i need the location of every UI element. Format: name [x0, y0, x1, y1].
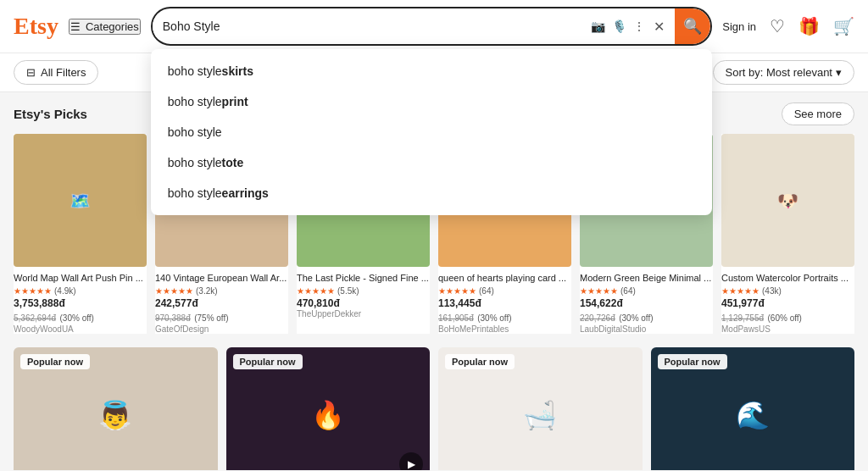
search-submit-button[interactable]: 🔍: [675, 8, 710, 44]
popular-card-2[interactable]: 🛁 Popular now: [438, 347, 643, 470]
price-3: 113,445đ: [438, 297, 571, 309]
picks-title: Etsy's Picks: [14, 107, 87, 121]
product-title-4: Modern Green Beige Minimal ...: [580, 272, 713, 284]
rating-row-5: ★★★★★ (43k): [721, 286, 854, 296]
clear-search-button[interactable]: ✕: [650, 17, 668, 36]
search-dropdown: boho style skirts boho style print boho …: [151, 49, 712, 215]
dropdown-bold-3: tote: [222, 156, 244, 169]
search-bar: 📷 🎙️ ⋮ ✕ 🔍: [151, 7, 712, 46]
price-1: 242,577đ: [155, 297, 288, 309]
price-2: 470,810đ: [297, 297, 430, 309]
popular-badge-3: Popular now: [658, 354, 727, 369]
popular-grid: 👼 Popular now 🔥 Popular now ▶ 🛁 Popular …: [14, 347, 854, 470]
dropdown-item-earrings[interactable]: boho style earrings: [151, 178, 712, 208]
cart-icon[interactable]: 🛒: [833, 16, 854, 36]
discount-4: (30% off): [619, 313, 653, 323]
price-4: 154,622đ: [580, 297, 713, 309]
rating-row-0: ★★★★★ (4.9k): [14, 286, 147, 296]
discount-0: (30% off): [60, 313, 94, 323]
stars-0: ★★★★★: [14, 286, 52, 296]
product-title-5: Custom Watercolor Portraits ...: [721, 272, 854, 284]
shop-name-3: BoHoMePrintables: [438, 324, 571, 334]
rating-row-2: ★★★★★ (5.5k): [297, 286, 430, 296]
product-title-0: World Map Wall Art Push Pin ...: [14, 272, 147, 284]
dropdown-prefix-3: boho style: [168, 156, 222, 169]
sort-label: Sort by: Most relevant: [726, 66, 832, 79]
stars-2: ★★★★★: [297, 286, 335, 296]
chevron-down-icon: ▾: [836, 66, 842, 79]
product-card-5[interactable]: 🐶 Custom Watercolor Portraits ... ★★★★★ …: [721, 134, 854, 334]
product-title-2: The Last Pickle - Signed Fine ...: [297, 272, 430, 284]
popular-badge-2: Popular now: [445, 354, 515, 369]
product-title-3: queen of hearts playing card ...: [438, 272, 571, 284]
search-options-button[interactable]: ⋮: [632, 18, 647, 35]
popular-card-1[interactable]: 🔥 Popular now ▶: [226, 347, 431, 470]
shop-name-4: LaubDigitalStudio: [580, 324, 713, 334]
dropdown-prefix-2: boho style: [168, 125, 222, 139]
stars-5: ★★★★★: [721, 286, 760, 296]
voice-icon-button[interactable]: 🎙️: [610, 18, 628, 35]
rating-row-4: ★★★★★ (64): [580, 286, 713, 296]
dropdown-prefix-1: boho style: [168, 95, 222, 108]
price-0: 3,753,888đ: [14, 297, 147, 309]
dropdown-bold-4: earrings: [222, 186, 269, 200]
dropdown-bold-1: print: [222, 95, 248, 108]
discount-3: (30% off): [477, 313, 511, 323]
rating-count-0: (4.9k): [54, 286, 76, 296]
categories-button[interactable]: ☰ Categories: [69, 19, 141, 35]
product-image-0: 🗺️: [14, 134, 147, 267]
price-original-3: 161,905đ: [438, 313, 474, 323]
price-original-5: 1,129,755đ: [721, 313, 764, 323]
see-more-button[interactable]: See more: [782, 103, 854, 125]
search-input[interactable]: [153, 13, 582, 40]
rating-count-4: (64): [620, 286, 636, 296]
dropdown-item-bohostyle[interactable]: boho style: [151, 117, 712, 147]
favorites-icon[interactable]: ♡: [770, 16, 785, 36]
dropdown-item-skirts[interactable]: boho style skirts: [151, 56, 712, 86]
product-title-1: 140 Vintage European Wall Ar...: [155, 272, 288, 284]
rating-count-5: (43k): [762, 286, 782, 296]
filter-label: All Filters: [41, 66, 86, 79]
shop-name-0: WoodyWoodUA: [14, 324, 147, 334]
dropdown-prefix-4: boho style: [168, 186, 222, 200]
etsy-logo: Etsy: [14, 13, 58, 40]
price-original-4: 220,726đ: [580, 313, 615, 323]
all-filters-button[interactable]: ⊟ All Filters: [14, 60, 98, 85]
search-icon: 🔍: [683, 17, 702, 36]
dropdown-prefix-0: boho style: [168, 64, 222, 78]
dropdown-item-tote[interactable]: boho style tote: [151, 147, 712, 178]
rating-row-1: ★★★★★ (3.2k): [155, 286, 288, 296]
shop-name-5: ModPawsUS: [721, 324, 854, 334]
sign-in-button[interactable]: Sign in: [722, 20, 756, 33]
rating-count-3: (64): [479, 286, 494, 296]
play-button-1[interactable]: ▶: [399, 452, 423, 470]
camera-icon-button[interactable]: 📷: [589, 18, 607, 35]
filter-icon: ⊟: [26, 66, 36, 79]
gift-icon[interactable]: 🎁: [798, 16, 820, 36]
rating-count-1: (3.2k): [196, 286, 218, 296]
stars-3: ★★★★★: [438, 286, 476, 296]
stars-4: ★★★★★: [580, 286, 618, 296]
stars-1: ★★★★★: [155, 286, 193, 296]
product-image-5: 🐶: [721, 134, 854, 267]
rating-count-2: (5.5k): [337, 286, 359, 296]
rating-row-3: ★★★★★ (64): [438, 286, 571, 296]
price-5: 451,977đ: [721, 297, 854, 309]
header: Etsy ☰ Categories 📷 🎙️ ⋮ ✕ 🔍 boho style …: [0, 0, 868, 53]
price-original-1: 970,388đ: [155, 313, 191, 323]
shop-name-1: GateOfDesign: [155, 324, 288, 334]
hamburger-icon: ☰: [70, 20, 81, 33]
price-original-0: 5,362,694đ: [14, 313, 56, 323]
product-card-0[interactable]: 🗺️ World Map Wall Art Push Pin ... ★★★★★…: [14, 134, 147, 334]
sort-button[interactable]: Sort by: Most relevant ▾: [713, 60, 854, 85]
dropdown-bold-0: skirts: [222, 64, 253, 78]
popular-card-3[interactable]: 🌊 Popular now: [651, 347, 855, 470]
categories-label: Categories: [86, 20, 139, 33]
popular-badge-1: Popular now: [233, 354, 303, 369]
discount-1: (75% off): [194, 313, 228, 323]
popular-badge-0: Popular now: [20, 354, 90, 369]
discount-5: (60% off): [768, 313, 802, 323]
header-actions: Sign in ♡ 🎁 🛒: [722, 16, 854, 36]
popular-card-0[interactable]: 👼 Popular now: [14, 347, 218, 470]
dropdown-item-print[interactable]: boho style print: [151, 86, 712, 117]
